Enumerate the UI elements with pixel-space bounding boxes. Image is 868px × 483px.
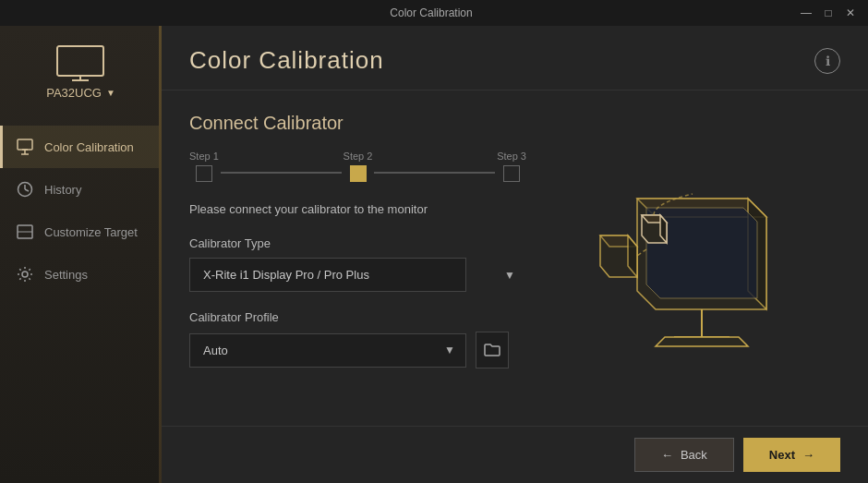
calibrator-type-arrow: ▼: [504, 269, 515, 282]
left-panel: Connect Calibrator Step 1 Step 2 Step 3: [189, 113, 526, 404]
sidebar: PA32UCG ▼ Color Calibration: [0, 26, 162, 483]
calibrator-type-field: Calibrator Type X-Rite i1 Display Pro / …: [189, 236, 526, 292]
calibrator-profile-label: Calibrator Profile: [189, 310, 526, 324]
display-icon: [17, 139, 33, 155]
clock-icon: [17, 181, 33, 198]
step-3-label: Step 3: [497, 151, 526, 162]
sidebar-item-customize-target[interactable]: Customize Target: [0, 211, 162, 253]
sidebar-item-settings[interactable]: Settings: [0, 253, 162, 296]
monitor-icon: [55, 44, 105, 81]
calibrator-profile-field: Calibrator Profile Auto ▼: [189, 310, 526, 368]
sidebar-label-customize-target: Customize Target: [44, 225, 138, 239]
minimize-button[interactable]: —: [798, 5, 814, 21]
sidebar-item-history[interactable]: History: [0, 168, 162, 211]
sidebar-label-color-calibration: Color Calibration: [44, 140, 134, 154]
next-button[interactable]: Next →: [743, 438, 840, 472]
right-panel: [545, 113, 840, 404]
info-button[interactable]: ℹ: [814, 48, 840, 74]
calibrator-profile-select[interactable]: Auto: [189, 333, 466, 368]
step-1-box: [196, 165, 212, 182]
calibration-illustration: [554, 143, 831, 374]
step-3-box: [503, 165, 520, 182]
steps-row: Step 1 Step 2 Step 3: [189, 151, 526, 182]
svg-line-10: [25, 189, 29, 191]
sidebar-label-history: History: [44, 183, 81, 197]
calibrator-type-select-wrap: X-Rite i1 Display Pro / Pro Plus ▼: [189, 258, 526, 292]
footer: ← Back Next →: [162, 426, 868, 483]
back-label: Back: [681, 448, 707, 462]
monitor-info: PA32UCG ▼: [46, 44, 115, 100]
folder-icon: [484, 343, 500, 357]
calibrator-profile-select-wrap: Auto ▼: [189, 333, 466, 368]
calibrator-type-label: Calibrator Type: [189, 236, 526, 250]
step-line-1: [221, 172, 342, 174]
content-area: Color Calibration ℹ Connect Calibrator S…: [162, 26, 868, 483]
monitor-label[interactable]: PA32UCG ▼: [46, 86, 115, 100]
calibrator-profile-row: Auto ▼: [189, 332, 526, 368]
sidebar-item-color-calibration[interactable]: Color Calibration: [0, 126, 162, 168]
section-title: Connect Calibrator: [189, 113, 526, 134]
page-title: Color Calibration: [189, 46, 384, 75]
window-title: Color Calibration: [65, 6, 798, 19]
step-2: Step 2: [344, 151, 373, 182]
sidebar-nav: Color Calibration History Customize Targ…: [0, 126, 162, 296]
step-1-label: Step 1: [189, 151, 219, 162]
next-arrow-icon: →: [802, 448, 814, 462]
svg-rect-4: [18, 139, 32, 150]
step-3: Step 3: [497, 151, 526, 182]
monitor-dropdown-arrow: ▼: [106, 88, 115, 98]
step-1: Step 1: [189, 151, 219, 182]
step-line-2: [374, 172, 495, 174]
svg-point-13: [22, 272, 28, 277]
close-button[interactable]: ✕: [842, 5, 859, 21]
step-2-box: [350, 165, 367, 182]
maximize-button[interactable]: □: [820, 5, 837, 21]
app-body: PA32UCG ▼ Color Calibration: [0, 26, 868, 483]
content-header: Color Calibration ℹ: [162, 26, 868, 91]
svg-rect-0: [57, 46, 103, 76]
connect-instructions: Please connect your calibrator to the mo…: [189, 202, 526, 216]
back-arrow-icon: ←: [661, 448, 673, 462]
step-2-label: Step 2: [344, 151, 373, 162]
titlebar: Color Calibration — □ ✕: [0, 0, 868, 26]
sidebar-label-settings: Settings: [44, 268, 88, 282]
back-button[interactable]: ← Back: [634, 438, 734, 472]
window-controls: — □ ✕: [798, 5, 859, 21]
sliders-icon: [17, 223, 33, 240]
gear-icon: [17, 266, 33, 283]
next-label: Next: [769, 448, 795, 462]
content-inner: Connect Calibrator Step 1 Step 2 Step 3: [162, 91, 868, 426]
calibrator-type-select[interactable]: X-Rite i1 Display Pro / Pro Plus: [189, 258, 466, 292]
browse-profile-button[interactable]: [476, 332, 509, 368]
